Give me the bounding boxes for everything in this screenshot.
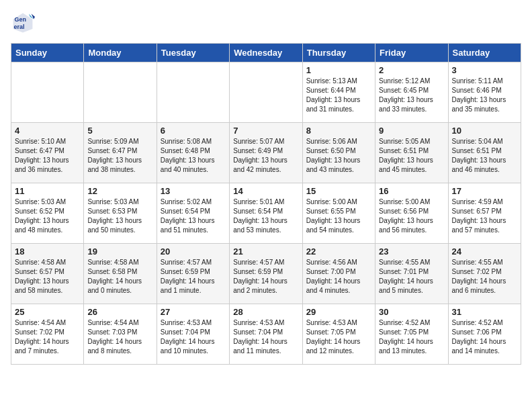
day-number: 24	[452, 246, 517, 257]
cell-info: Sunrise: 5:07 AM Sunset: 6:49 PM Dayligh…	[233, 137, 298, 175]
day-number: 5	[87, 126, 152, 136]
calendar-cell: 22Sunrise: 4:56 AM Sunset: 7:00 PM Dayli…	[302, 244, 375, 304]
calendar-cell: 15Sunrise: 5:00 AM Sunset: 6:55 PM Dayli…	[302, 183, 375, 244]
day-header-thursday: Thursday	[302, 44, 375, 62]
cell-info: Sunrise: 4:55 AM Sunset: 7:02 PM Dayligh…	[452, 258, 517, 295]
day-number: 19	[87, 246, 152, 257]
cell-info: Sunrise: 5:06 AM Sunset: 6:50 PM Dayligh…	[306, 137, 371, 175]
day-number: 3	[452, 65, 517, 75]
calendar-cell: 13Sunrise: 5:02 AM Sunset: 6:54 PM Dayli…	[157, 183, 229, 244]
day-number: 23	[379, 246, 444, 257]
logo-icon: Gen eral	[11, 11, 35, 35]
day-header-wednesday: Wednesday	[230, 44, 302, 62]
day-number: 18	[15, 246, 80, 257]
cell-info: Sunrise: 5:10 AM Sunset: 6:47 PM Dayligh…	[15, 137, 80, 175]
calendar-cell: 9Sunrise: 5:05 AM Sunset: 6:51 PM Daylig…	[375, 123, 448, 183]
day-number: 1	[306, 65, 371, 75]
day-number: 21	[233, 246, 298, 257]
calendar-week-4: 18Sunrise: 4:58 AM Sunset: 6:57 PM Dayli…	[11, 244, 521, 304]
day-number: 28	[233, 307, 298, 317]
cell-info: Sunrise: 4:54 AM Sunset: 7:02 PM Dayligh…	[15, 318, 80, 356]
day-number: 29	[306, 307, 371, 317]
cell-info: Sunrise: 5:12 AM Sunset: 6:45 PM Dayligh…	[379, 77, 444, 114]
calendar-cell	[230, 62, 302, 123]
day-number: 31	[452, 307, 517, 317]
calendar-cell: 10Sunrise: 5:04 AM Sunset: 6:51 PM Dayli…	[448, 123, 521, 183]
day-number: 9	[379, 126, 444, 136]
cell-info: Sunrise: 4:54 AM Sunset: 7:03 PM Dayligh…	[87, 318, 152, 356]
day-number: 15	[306, 186, 371, 196]
cell-info: Sunrise: 5:13 AM Sunset: 6:44 PM Dayligh…	[306, 77, 371, 114]
day-header-monday: Monday	[84, 44, 157, 62]
cell-info: Sunrise: 4:58 AM Sunset: 6:57 PM Dayligh…	[15, 258, 80, 295]
day-number: 16	[379, 186, 444, 196]
day-number: 17	[452, 186, 517, 196]
day-number: 26	[87, 307, 152, 317]
cell-info: Sunrise: 5:08 AM Sunset: 6:48 PM Dayligh…	[161, 137, 226, 175]
calendar-cell: 21Sunrise: 4:57 AM Sunset: 6:59 PM Dayli…	[230, 244, 302, 304]
day-number: 6	[161, 126, 226, 136]
day-number: 27	[161, 307, 226, 317]
cell-info: Sunrise: 4:59 AM Sunset: 6:57 PM Dayligh…	[452, 197, 517, 235]
day-header-friday: Friday	[375, 44, 448, 62]
calendar-week-3: 11Sunrise: 5:03 AM Sunset: 6:52 PM Dayli…	[11, 183, 521, 244]
calendar-cell: 11Sunrise: 5:03 AM Sunset: 6:52 PM Dayli…	[11, 183, 84, 244]
calendar-header-row: SundayMondayTuesdayWednesdayThursdayFrid…	[11, 44, 521, 62]
day-number: 12	[87, 186, 152, 196]
cell-info: Sunrise: 4:58 AM Sunset: 6:58 PM Dayligh…	[87, 258, 152, 295]
calendar-cell: 29Sunrise: 4:53 AM Sunset: 7:05 PM Dayli…	[302, 304, 375, 365]
day-number: 2	[379, 65, 444, 75]
calendar-cell: 27Sunrise: 4:53 AM Sunset: 7:04 PM Dayli…	[157, 304, 229, 365]
cell-info: Sunrise: 5:00 AM Sunset: 6:55 PM Dayligh…	[306, 197, 371, 235]
calendar-cell: 8Sunrise: 5:06 AM Sunset: 6:50 PM Daylig…	[302, 123, 375, 183]
calendar-cell: 1Sunrise: 5:13 AM Sunset: 6:44 PM Daylig…	[302, 62, 375, 123]
calendar-cell: 20Sunrise: 4:57 AM Sunset: 6:59 PM Dayli…	[157, 244, 229, 304]
day-number: 4	[15, 126, 80, 136]
svg-marker-4	[32, 14, 35, 19]
page-header: Gen eral	[11, 11, 521, 35]
logo: Gen eral	[11, 11, 38, 35]
day-header-tuesday: Tuesday	[157, 44, 229, 62]
cell-info: Sunrise: 5:04 AM Sunset: 6:51 PM Dayligh…	[452, 137, 517, 175]
cell-info: Sunrise: 5:01 AM Sunset: 6:54 PM Dayligh…	[233, 197, 298, 235]
calendar-cell: 12Sunrise: 5:03 AM Sunset: 6:53 PM Dayli…	[84, 183, 157, 244]
cell-info: Sunrise: 4:53 AM Sunset: 7:04 PM Dayligh…	[233, 318, 298, 356]
day-number: 22	[306, 246, 371, 257]
calendar-cell: 30Sunrise: 4:52 AM Sunset: 7:05 PM Dayli…	[375, 304, 448, 365]
calendar-cell: 6Sunrise: 5:08 AM Sunset: 6:48 PM Daylig…	[157, 123, 229, 183]
calendar-cell: 18Sunrise: 4:58 AM Sunset: 6:57 PM Dayli…	[11, 244, 84, 304]
calendar-cell: 25Sunrise: 4:54 AM Sunset: 7:02 PM Dayli…	[11, 304, 84, 365]
cell-info: Sunrise: 4:52 AM Sunset: 7:06 PM Dayligh…	[452, 318, 517, 356]
day-number: 25	[15, 307, 80, 317]
calendar-cell: 14Sunrise: 5:01 AM Sunset: 6:54 PM Dayli…	[230, 183, 302, 244]
calendar-cell: 17Sunrise: 4:59 AM Sunset: 6:57 PM Dayli…	[448, 183, 521, 244]
day-number: 13	[161, 186, 226, 196]
svg-text:Gen: Gen	[14, 16, 26, 23]
calendar-cell: 26Sunrise: 4:54 AM Sunset: 7:03 PM Dayli…	[84, 304, 157, 365]
day-number: 20	[161, 246, 226, 257]
calendar-cell: 5Sunrise: 5:09 AM Sunset: 6:47 PM Daylig…	[84, 123, 157, 183]
cell-info: Sunrise: 5:05 AM Sunset: 6:51 PM Dayligh…	[379, 137, 444, 175]
calendar-week-5: 25Sunrise: 4:54 AM Sunset: 7:02 PM Dayli…	[11, 304, 521, 365]
calendar-cell	[157, 62, 229, 123]
cell-info: Sunrise: 5:09 AM Sunset: 6:47 PM Dayligh…	[87, 137, 152, 175]
calendar-week-2: 4Sunrise: 5:10 AM Sunset: 6:47 PM Daylig…	[11, 123, 521, 183]
calendar-cell: 7Sunrise: 5:07 AM Sunset: 6:49 PM Daylig…	[230, 123, 302, 183]
calendar-cell: 24Sunrise: 4:55 AM Sunset: 7:02 PM Dayli…	[448, 244, 521, 304]
cell-info: Sunrise: 4:55 AM Sunset: 7:01 PM Dayligh…	[379, 258, 444, 295]
day-number: 8	[306, 126, 371, 136]
cell-info: Sunrise: 5:03 AM Sunset: 6:53 PM Dayligh…	[87, 197, 152, 235]
calendar-cell: 19Sunrise: 4:58 AM Sunset: 6:58 PM Dayli…	[84, 244, 157, 304]
day-header-sunday: Sunday	[11, 44, 84, 62]
cell-info: Sunrise: 4:53 AM Sunset: 7:04 PM Dayligh…	[161, 318, 226, 356]
calendar-cell	[11, 62, 84, 123]
cell-info: Sunrise: 4:53 AM Sunset: 7:05 PM Dayligh…	[306, 318, 371, 356]
day-header-saturday: Saturday	[448, 44, 521, 62]
calendar-table: SundayMondayTuesdayWednesdayThursdayFrid…	[11, 43, 521, 365]
calendar-cell: 23Sunrise: 4:55 AM Sunset: 7:01 PM Dayli…	[375, 244, 448, 304]
day-number: 7	[233, 126, 298, 136]
cell-info: Sunrise: 5:00 AM Sunset: 6:56 PM Dayligh…	[379, 197, 444, 235]
calendar-cell: 31Sunrise: 4:52 AM Sunset: 7:06 PM Dayli…	[448, 304, 521, 365]
calendar-cell: 4Sunrise: 5:10 AM Sunset: 6:47 PM Daylig…	[11, 123, 84, 183]
calendar-cell: 2Sunrise: 5:12 AM Sunset: 6:45 PM Daylig…	[375, 62, 448, 123]
